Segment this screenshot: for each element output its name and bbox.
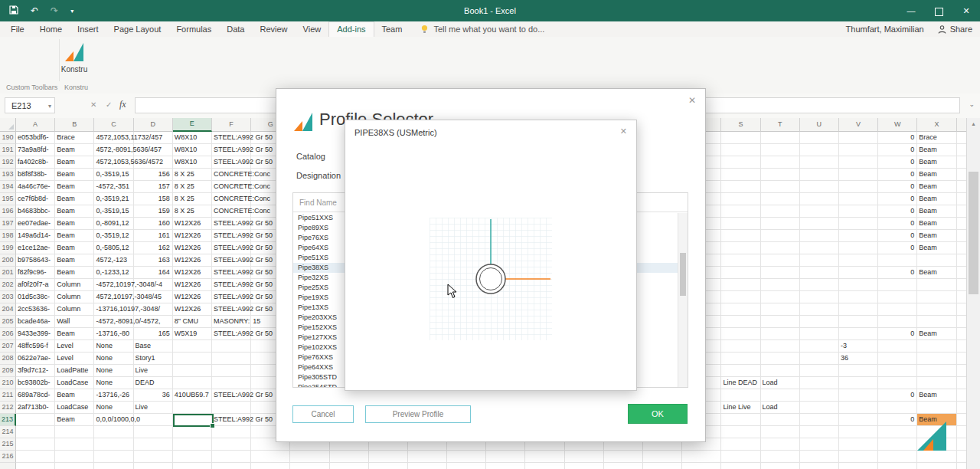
cell-S199[interactable] (721, 242, 760, 254)
cell-U196[interactable] (800, 205, 839, 218)
cell-B201[interactable]: Beam (55, 267, 94, 279)
cell-E202[interactable]: W12X26 (173, 279, 212, 291)
close-button[interactable]: ✕ (952, 0, 980, 21)
list-scrollbar-thumb[interactable] (680, 253, 686, 296)
cell-C197[interactable]: 0,-8091,12 (94, 218, 133, 230)
ok-button[interactable]: OK (628, 404, 688, 424)
cell-D190[interactable] (134, 132, 173, 144)
cell-L216[interactable] (447, 451, 486, 463)
cell-V212[interactable] (839, 402, 878, 414)
cell-W209[interactable] (878, 365, 917, 377)
cell-S210[interactable]: Line DEAD (721, 377, 760, 389)
cell-X194[interactable]: Beam (917, 181, 956, 193)
cell-S205[interactable] (721, 316, 760, 328)
cell-W197[interactable]: 0 (878, 218, 917, 230)
row-header-192[interactable]: 192 (0, 156, 16, 169)
cell-C203[interactable]: 4572,10197,-3048/45 (94, 291, 133, 303)
cell-D192[interactable] (134, 156, 173, 169)
cell-U193[interactable] (800, 169, 839, 181)
cell-U203[interactable] (800, 291, 839, 303)
cell-V192[interactable] (839, 156, 878, 169)
cell-partial-T[interactable] (761, 463, 800, 469)
cell-S208[interactable] (721, 353, 760, 365)
cell-F197[interactable]: STEEL:A992 Gr 50 (212, 218, 251, 230)
cell-X203[interactable] (917, 291, 956, 303)
cell-B205[interactable]: Wall (55, 316, 94, 328)
cell-E208[interactable] (173, 353, 212, 365)
cell-partial-F[interactable] (212, 463, 251, 469)
cell-partial-S[interactable] (721, 463, 760, 469)
row-header-194[interactable]: 194 (0, 181, 16, 193)
cell-F208[interactable] (212, 353, 251, 365)
cell-W207[interactable] (878, 340, 917, 353)
cell-F207[interactable] (212, 340, 251, 353)
cell-U210[interactable] (800, 377, 839, 389)
cell-E198[interactable]: W12X26 (173, 230, 212, 242)
cell-U211[interactable] (800, 389, 839, 402)
cell-E201[interactable]: W12X26 (173, 267, 212, 279)
cell-D191[interactable] (134, 144, 173, 156)
cell-partial-M[interactable] (486, 463, 525, 469)
cell-J216[interactable] (369, 451, 408, 463)
cell-C194[interactable]: -4572,-351 (94, 181, 133, 193)
row-header-191[interactable]: 191 (0, 144, 16, 156)
cell-F209[interactable] (212, 365, 251, 377)
share-button[interactable]: Share (938, 25, 972, 34)
column-header-D[interactable]: D (134, 118, 173, 132)
cell-W211[interactable]: 0 (878, 389, 917, 402)
cancel-button[interactable]: Cancel (292, 405, 354, 423)
cell-X191[interactable]: Beam (917, 144, 956, 156)
cell-partial-E[interactable] (173, 463, 212, 469)
cell-C212[interactable]: None (94, 402, 133, 414)
cell-E192[interactable]: W8X10 (173, 156, 212, 169)
cell-U206[interactable] (800, 328, 839, 340)
cell-C206[interactable]: -13716,-80 (94, 328, 133, 340)
cell-X198[interactable]: Beam (917, 230, 956, 242)
row-header-213[interactable]: 213 (0, 414, 16, 426)
cell-S211[interactable] (721, 389, 760, 402)
cell-partial-N[interactable] (525, 463, 564, 469)
cell-V198[interactable] (839, 230, 878, 242)
tab-add-ins[interactable]: Add-ins (328, 21, 374, 37)
cell-C202[interactable]: -4572,10197,-3048/-4 (94, 279, 133, 291)
cell-S202[interactable] (721, 279, 760, 291)
cell-D198[interactable]: 161 (134, 230, 173, 242)
row-header-200[interactable]: 200 (0, 254, 16, 267)
cell-D207[interactable]: Base (134, 340, 173, 353)
cell-F214[interactable] (212, 426, 251, 438)
cell-U216[interactable] (800, 451, 839, 463)
row-header-196[interactable]: 196 (0, 205, 16, 218)
cell-T212[interactable]: Load (761, 402, 800, 414)
cell-D202[interactable] (134, 279, 173, 291)
cell-X192[interactable]: Beam (917, 156, 956, 169)
cell-V206[interactable] (839, 328, 878, 340)
cell-T210[interactable]: Load (761, 377, 800, 389)
cell-E196[interactable]: 8 X 25 (173, 205, 212, 218)
cell-B197[interactable]: Beam (55, 218, 94, 230)
cell-V197[interactable] (839, 218, 878, 230)
cell-D200[interactable]: 163 (134, 254, 173, 267)
cell-D215[interactable] (134, 438, 173, 451)
cell-S212[interactable]: Line Live (721, 402, 760, 414)
cell-S215[interactable] (721, 438, 760, 451)
cell-U215[interactable] (800, 438, 839, 451)
cell-T192[interactable] (761, 156, 800, 169)
cell-T216[interactable] (761, 451, 800, 463)
list-scrollbar[interactable] (678, 213, 688, 387)
cell-W194[interactable]: 0 (878, 181, 917, 193)
row-header-204[interactable]: 204 (0, 303, 16, 316)
cell-S201[interactable] (721, 267, 760, 279)
cell-X211[interactable]: Beam (917, 389, 956, 402)
cell-W196[interactable]: 0 (878, 205, 917, 218)
dialog-close-icon[interactable]: ✕ (688, 95, 696, 106)
cell-U202[interactable] (800, 279, 839, 291)
restore-button[interactable] (925, 0, 952, 21)
cell-S213[interactable] (721, 414, 760, 426)
cell-V191[interactable] (839, 144, 878, 156)
cell-V200[interactable] (839, 254, 878, 267)
cell-partial-V[interactable] (839, 463, 878, 469)
cell-C192[interactable]: 4572,1053,5636/4572 (94, 156, 133, 169)
cell-U208[interactable] (800, 353, 839, 365)
cell-partial-L[interactable] (447, 463, 486, 469)
cell-E204[interactable]: W12X26 (173, 303, 212, 316)
